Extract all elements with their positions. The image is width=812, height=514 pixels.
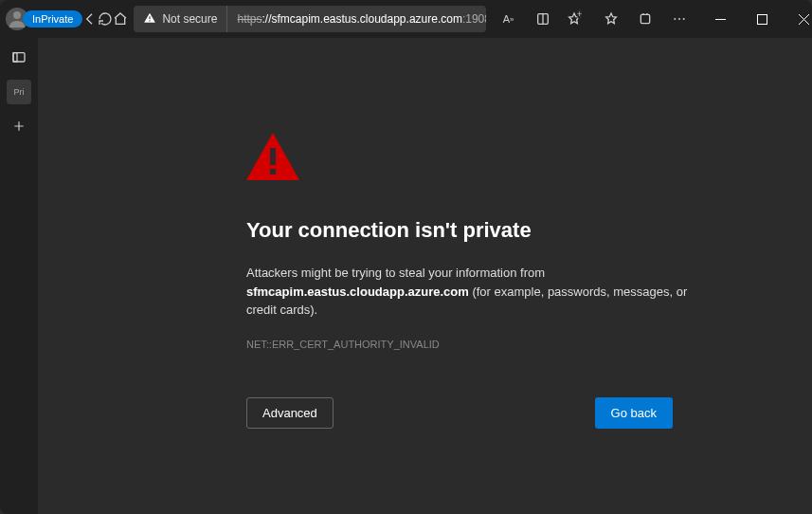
new-tab-button[interactable]: [7, 114, 31, 138]
collections-button[interactable]: [628, 3, 662, 35]
inprivate-badge: InPrivate: [23, 10, 82, 28]
url-host: ://sfmcapim.eastus.cloudapp.azure.com: [262, 12, 461, 26]
close-button[interactable]: [784, 3, 812, 35]
svg-rect-2: [150, 20, 151, 21]
svg-rect-5: [641, 14, 649, 23]
tab-item-1[interactable]: Pri: [7, 80, 31, 104]
more-button[interactable]: [662, 3, 696, 35]
ssl-error-page: Your connection isn't private Attackers …: [38, 38, 812, 514]
svg-rect-15: [13, 53, 25, 62]
tab-label: Pri: [14, 87, 25, 97]
minimize-button[interactable]: [700, 3, 742, 35]
favorites-add-button[interactable]: +: [560, 3, 594, 35]
url-port: :19080: [462, 12, 486, 26]
svg-point-10: [682, 18, 684, 20]
extensions-button[interactable]: [526, 3, 560, 35]
toolbar-right: A» +: [492, 3, 696, 35]
svg-rect-1: [150, 16, 151, 19]
button-row: Advanced Go back: [246, 397, 673, 429]
warning-domain: sfmcapim.eastus.cloudapp.azure.com: [246, 285, 469, 299]
address-bar[interactable]: Not secure https://sfmcapim.eastus.cloud…: [134, 6, 485, 32]
svg-rect-12: [758, 14, 767, 24]
maximize-button[interactable]: [742, 3, 784, 35]
home-button[interactable]: [113, 3, 128, 35]
warning-triangle-icon: [143, 11, 156, 28]
site-security-chip[interactable]: Not secure: [134, 6, 226, 32]
go-back-button[interactable]: Go back: [595, 397, 673, 429]
url-text[interactable]: https://sfmcapim.eastus.cloudapp.azure.c…: [226, 6, 485, 32]
url-scheme: https: [237, 12, 262, 26]
svg-point-0: [13, 11, 21, 19]
svg-rect-16: [13, 53, 17, 62]
advanced-button[interactable]: Advanced: [246, 397, 334, 429]
vertical-tabs-sidebar: Pri: [0, 38, 38, 514]
warning-prefix: Attackers might be trying to steal your …: [246, 266, 545, 280]
profile-section[interactable]: InPrivate: [4, 8, 82, 30]
svg-point-9: [678, 18, 680, 20]
read-aloud-button[interactable]: A»: [492, 3, 526, 35]
svg-point-8: [674, 18, 676, 20]
window-controls: [700, 3, 812, 35]
browser-titlebar: InPrivate Not secure https://sfmcapim.ea…: [0, 0, 812, 38]
back-button[interactable]: [82, 3, 98, 35]
tab-actions-button[interactable]: [7, 46, 31, 70]
warning-description: Attackers might be trying to steal your …: [246, 264, 701, 320]
security-label: Not secure: [162, 12, 217, 26]
refresh-button[interactable]: [98, 3, 113, 35]
svg-rect-20: [270, 169, 276, 174]
warning-icon: [246, 133, 812, 184]
favorites-button[interactable]: [594, 3, 628, 35]
svg-rect-19: [270, 148, 276, 165]
error-code: NET::ERR_CERT_AUTHORITY_INVALID: [246, 339, 812, 350]
page-title: Your connection isn't private: [246, 218, 812, 243]
